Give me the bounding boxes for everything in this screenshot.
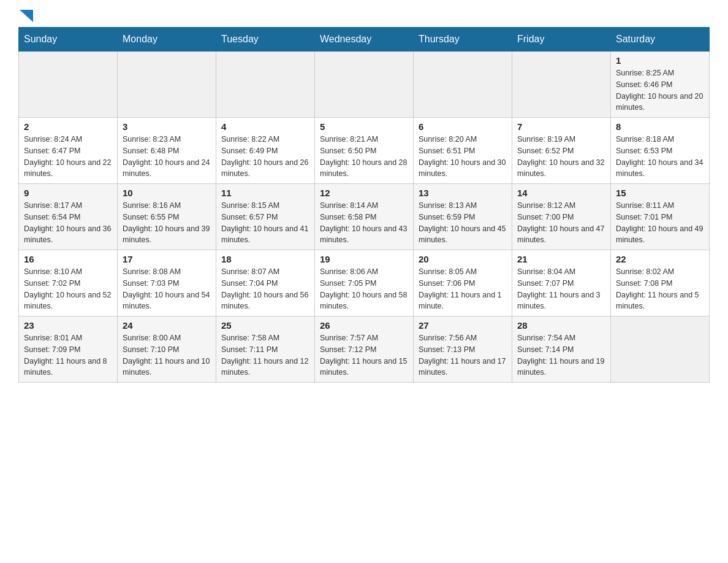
- day-info: Sunrise: 8:02 AMSunset: 7:08 PMDaylight:…: [616, 266, 704, 312]
- calendar-cell: 8Sunrise: 8:18 AMSunset: 6:53 PMDaylight…: [611, 118, 710, 184]
- calendar-cell: 3Sunrise: 8:23 AMSunset: 6:48 PMDaylight…: [118, 118, 216, 184]
- day-info: Sunrise: 8:07 AMSunset: 7:04 PMDaylight:…: [221, 266, 309, 312]
- day-info: Sunrise: 8:12 AMSunset: 7:00 PMDaylight:…: [517, 200, 605, 246]
- day-info: Sunrise: 8:11 AMSunset: 7:01 PMDaylight:…: [616, 200, 704, 246]
- page-header: [18, 12, 710, 21]
- calendar-cell: 20Sunrise: 8:05 AMSunset: 7:06 PMDayligh…: [414, 250, 512, 316]
- day-number: 20: [419, 254, 507, 264]
- day-info: Sunrise: 8:18 AMSunset: 6:53 PMDaylight:…: [616, 134, 704, 180]
- calendar-cell: 10Sunrise: 8:16 AMSunset: 6:55 PMDayligh…: [118, 184, 216, 250]
- day-info: Sunrise: 8:25 AMSunset: 6:46 PMDaylight:…: [616, 67, 704, 113]
- calendar-cell: 1Sunrise: 8:25 AMSunset: 6:46 PMDaylight…: [611, 52, 710, 118]
- calendar-cell: 24Sunrise: 8:00 AMSunset: 7:10 PMDayligh…: [118, 316, 216, 383]
- calendar-week-row: 2Sunrise: 8:24 AMSunset: 6:47 PMDaylight…: [19, 118, 710, 184]
- day-info: Sunrise: 8:22 AMSunset: 6:49 PMDaylight:…: [221, 134, 309, 180]
- day-info: Sunrise: 8:05 AMSunset: 7:06 PMDaylight:…: [419, 266, 507, 312]
- day-number: 3: [123, 121, 211, 132]
- day-number: 4: [221, 121, 309, 132]
- calendar-cell: 27Sunrise: 7:56 AMSunset: 7:13 PMDayligh…: [414, 316, 512, 383]
- calendar-cell: 23Sunrise: 8:01 AMSunset: 7:09 PMDayligh…: [19, 316, 118, 383]
- calendar-cell: 17Sunrise: 8:08 AMSunset: 7:03 PMDayligh…: [118, 250, 216, 316]
- day-info: Sunrise: 8:01 AMSunset: 7:09 PMDaylight:…: [24, 332, 112, 378]
- calendar-cell: [118, 52, 216, 118]
- day-number: 19: [320, 254, 408, 264]
- calendar-cell: [216, 52, 315, 118]
- weekday-header-thursday: Thursday: [414, 28, 512, 52]
- day-info: Sunrise: 8:17 AMSunset: 6:54 PMDaylight:…: [24, 200, 112, 246]
- calendar-cell: [512, 52, 611, 118]
- weekday-header-wednesday: Wednesday: [315, 28, 414, 52]
- weekday-header-saturday: Saturday: [611, 28, 710, 52]
- calendar-cell: 4Sunrise: 8:22 AMSunset: 6:49 PMDaylight…: [216, 118, 315, 184]
- day-number: 9: [24, 188, 112, 198]
- day-info: Sunrise: 8:00 AMSunset: 7:10 PMDaylight:…: [123, 332, 211, 378]
- day-number: 16: [24, 254, 112, 264]
- day-info: Sunrise: 8:20 AMSunset: 6:51 PMDaylight:…: [419, 134, 507, 180]
- calendar-cell: 11Sunrise: 8:15 AMSunset: 6:57 PMDayligh…: [216, 184, 315, 250]
- day-number: 13: [419, 188, 507, 198]
- day-info: Sunrise: 8:13 AMSunset: 6:59 PMDaylight:…: [419, 200, 507, 246]
- day-info: Sunrise: 7:54 AMSunset: 7:14 PMDaylight:…: [517, 332, 605, 378]
- calendar-cell: 9Sunrise: 8:17 AMSunset: 6:54 PMDaylight…: [19, 184, 118, 250]
- calendar-cell: [315, 52, 414, 118]
- day-number: 5: [320, 121, 408, 132]
- day-number: 18: [221, 254, 309, 264]
- weekday-header-friday: Friday: [512, 28, 611, 52]
- calendar-cell: 22Sunrise: 8:02 AMSunset: 7:08 PMDayligh…: [611, 250, 710, 316]
- day-info: Sunrise: 8:21 AMSunset: 6:50 PMDaylight:…: [320, 134, 408, 180]
- day-number: 24: [123, 320, 211, 331]
- day-number: 8: [616, 121, 704, 132]
- weekday-header-monday: Monday: [118, 28, 216, 52]
- day-number: 11: [221, 188, 309, 198]
- calendar-cell: [611, 316, 710, 383]
- calendar-week-row: 23Sunrise: 8:01 AMSunset: 7:09 PMDayligh…: [19, 316, 710, 383]
- calendar-cell: 18Sunrise: 8:07 AMSunset: 7:04 PMDayligh…: [216, 250, 315, 316]
- day-number: 15: [616, 188, 704, 198]
- calendar-cell: 12Sunrise: 8:14 AMSunset: 6:58 PMDayligh…: [315, 184, 414, 250]
- calendar-cell: 21Sunrise: 8:04 AMSunset: 7:07 PMDayligh…: [512, 250, 611, 316]
- day-number: 22: [616, 254, 704, 264]
- calendar-cell: 28Sunrise: 7:54 AMSunset: 7:14 PMDayligh…: [512, 316, 611, 383]
- calendar-cell: 2Sunrise: 8:24 AMSunset: 6:47 PMDaylight…: [19, 118, 118, 184]
- day-number: 6: [419, 121, 507, 132]
- day-info: Sunrise: 8:08 AMSunset: 7:03 PMDaylight:…: [123, 266, 211, 312]
- day-info: Sunrise: 8:14 AMSunset: 6:58 PMDaylight:…: [320, 200, 408, 246]
- calendar-week-row: 16Sunrise: 8:10 AMSunset: 7:02 PMDayligh…: [19, 250, 710, 316]
- day-info: Sunrise: 8:15 AMSunset: 6:57 PMDaylight:…: [221, 200, 309, 246]
- calendar-cell: 26Sunrise: 7:57 AMSunset: 7:12 PMDayligh…: [315, 316, 414, 383]
- calendar-cell: [19, 52, 118, 118]
- calendar-week-row: 1Sunrise: 8:25 AMSunset: 6:46 PMDaylight…: [19, 52, 710, 118]
- calendar-week-row: 9Sunrise: 8:17 AMSunset: 6:54 PMDaylight…: [19, 184, 710, 250]
- calendar-cell: 16Sunrise: 8:10 AMSunset: 7:02 PMDayligh…: [19, 250, 118, 316]
- day-info: Sunrise: 8:23 AMSunset: 6:48 PMDaylight:…: [123, 134, 211, 180]
- day-number: 1: [616, 55, 704, 66]
- day-number: 17: [123, 254, 211, 264]
- day-info: Sunrise: 7:56 AMSunset: 7:13 PMDaylight:…: [419, 332, 507, 378]
- day-number: 14: [517, 188, 605, 198]
- calendar-cell: [414, 52, 512, 118]
- logo-triangle-icon: [20, 10, 33, 22]
- svg-marker-0: [20, 10, 33, 22]
- day-info: Sunrise: 8:24 AMSunset: 6:47 PMDaylight:…: [24, 134, 112, 180]
- day-number: 10: [123, 188, 211, 198]
- logo: [18, 12, 33, 21]
- day-number: 28: [517, 320, 605, 331]
- day-info: Sunrise: 8:06 AMSunset: 7:05 PMDaylight:…: [320, 266, 408, 312]
- weekday-header-sunday: Sunday: [19, 28, 118, 52]
- weekday-header-tuesday: Tuesday: [216, 28, 315, 52]
- calendar-header-row: SundayMondayTuesdayWednesdayThursdayFrid…: [19, 28, 710, 52]
- day-number: 7: [517, 121, 605, 132]
- calendar-cell: 5Sunrise: 8:21 AMSunset: 6:50 PMDaylight…: [315, 118, 414, 184]
- calendar-cell: 15Sunrise: 8:11 AMSunset: 7:01 PMDayligh…: [611, 184, 710, 250]
- day-number: 2: [24, 121, 112, 132]
- day-info: Sunrise: 7:57 AMSunset: 7:12 PMDaylight:…: [320, 332, 408, 378]
- day-number: 26: [320, 320, 408, 331]
- day-number: 23: [24, 320, 112, 331]
- calendar-cell: 6Sunrise: 8:20 AMSunset: 6:51 PMDaylight…: [414, 118, 512, 184]
- day-info: Sunrise: 8:16 AMSunset: 6:55 PMDaylight:…: [123, 200, 211, 246]
- day-number: 21: [517, 254, 605, 264]
- calendar-cell: 7Sunrise: 8:19 AMSunset: 6:52 PMDaylight…: [512, 118, 611, 184]
- day-number: 25: [221, 320, 309, 331]
- day-number: 12: [320, 188, 408, 198]
- day-number: 27: [419, 320, 507, 331]
